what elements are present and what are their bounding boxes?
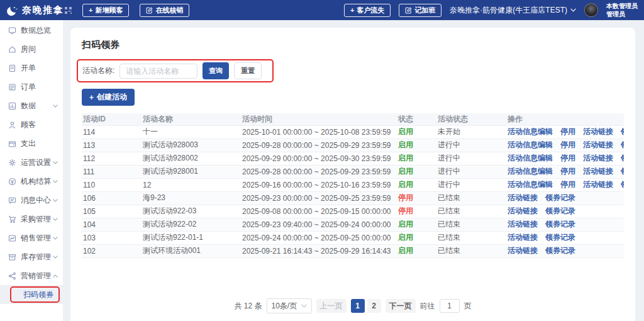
page-number-button[interactable]: 2 [367,299,381,313]
actions-cell: 活动信息编辑停用活动链接领券记录 [506,152,624,165]
status-badge: 启用 [398,220,413,228]
actions-cell: 活动信息编辑停用活动链接领券记录 [506,178,624,191]
sidebar-item-document[interactable]: 开单 [0,59,63,77]
action-link[interactable]: 活动链接 [583,167,613,176]
action-link[interactable]: 停用 [560,167,575,176]
status-badge: 停用 [398,206,413,215]
next-page-button[interactable]: 下一页 [386,299,416,313]
status-badge: 启用 [398,127,413,136]
action-link[interactable]: 领券记录 [545,246,575,255]
sidebar-item-order[interactable]: 订单 [0,77,63,96]
user-name: 本数管理员 [606,2,638,10]
activity-status-cell: 进行中 [436,165,506,178]
action-link[interactable]: 领券记录 [621,154,624,162]
action-link[interactable]: 活动链接 [583,180,613,189]
avatar[interactable] [584,3,598,17]
activity-time-cell: 2025-09-16 00:00:00 ~ 2025-10-16 23:59:5… [241,178,397,191]
edit-square-icon [405,7,412,14]
sidebar-item-chart[interactable]: 数据 [0,96,63,115]
action-link[interactable]: 活动链接 [508,220,538,228]
reset-button[interactable]: 重置 [234,62,262,79]
chevron-down-icon [53,218,58,221]
sidebar-item-message[interactable]: 消息中心 [0,191,63,210]
action-link[interactable]: 活动信息编辑 [508,154,553,162]
action-link[interactable]: 领券记录 [621,140,624,149]
sidebar-item-marketing[interactable]: 营销管理 [0,266,63,285]
sidebar-item-settlement[interactable]: 机构结算 [0,172,63,191]
action-link[interactable]: 活动链接 [508,193,538,202]
prev-page-button[interactable]: 上一页 [316,299,347,313]
store-selector[interactable]: 奈晚推拿·筋骨健康(牛王庙店TEST) [450,5,576,16]
message-icon [8,196,16,205]
action-link[interactable]: 停用 [560,140,575,149]
action-link[interactable]: 活动信息编辑 [508,180,553,189]
column-header: 活动时间 [241,113,397,125]
table-row: 111测试活动9280012025-09-28 00:00:00 ~ 2025-… [82,165,624,178]
action-link[interactable]: 活动链接 [583,140,613,149]
new-customer-button[interactable]: + 新增顾客 [82,4,129,17]
action-link[interactable]: 活动信息编辑 [508,167,553,176]
sidebar-item-inventory[interactable]: 库存管理 [0,247,63,266]
action-link[interactable]: 活动链接 [583,127,613,136]
action-link[interactable]: 领券记录 [545,233,575,242]
action-link[interactable]: 活动链接 [583,154,613,162]
activity-status-cell: 未开始 [436,125,506,138]
action-link[interactable]: 停用 [560,127,575,136]
page-size-select[interactable]: 10条/页 [267,298,312,313]
status-cell: 启用 [397,178,436,191]
table-row: 103测试活动922-01-12025-09-24 00:00:00 ~ 202… [82,231,624,244]
chevron-down-icon [53,256,58,259]
activity-status-cell: 已结束 [436,231,506,244]
sidebar-item-wallet[interactable]: 支出 [0,134,63,153]
activity-time-cell: 2025-09-23 09:40:00 ~ 2025-09-24 00:00:0… [241,218,397,231]
action-link[interactable]: 活动链接 [508,233,538,242]
status-cell: 停用 [397,205,436,218]
goto-page-input[interactable] [440,299,460,313]
plus-icon: + [89,93,94,102]
table-row: 113测试活动9280032025-09-28 00:00:00 ~ 2025-… [82,138,624,152]
action-link[interactable]: 领券记录 [621,180,624,189]
action-link[interactable]: 活动信息编辑 [508,140,553,149]
activity-name-input[interactable] [119,64,197,79]
action-link[interactable]: 活动信息编辑 [508,127,553,136]
actions-cell: 活动信息编辑停用活动链接领券记录 [506,165,624,178]
store-name: 奈晚推拿·筋骨健康(牛王庙店TEST) [450,5,567,16]
qr-code-icon[interactable] [65,7,72,14]
action-link[interactable]: 领券记录 [621,127,624,136]
create-activity-button[interactable]: + 创建活动 [82,89,135,106]
action-link[interactable]: 活动链接 [508,206,538,215]
activity-id-cell: 106 [82,191,142,205]
sidebar-item-user[interactable]: 顾客 [0,115,63,134]
user-info: 本数管理员 管理员 [606,2,638,18]
action-link[interactable]: 停用 [560,180,575,189]
sidebar-item-label: 房间 [21,44,36,55]
page-number-list: 12 [351,299,381,313]
online-verify-button[interactable]: 在线核销 [140,4,189,17]
sidebar-item-home[interactable]: 房间 [0,40,63,59]
page-number-button[interactable]: 1 [351,299,365,313]
action-link[interactable]: 领券记录 [545,220,575,228]
chevron-down-icon [53,237,58,240]
action-link[interactable]: 领券记录 [545,193,575,202]
submenu-label: 扫码领券 [23,290,53,300]
sidebar-item-gear[interactable]: 运营设置 [0,153,63,172]
action-link[interactable]: 停用 [560,154,575,162]
sidebar-item-dashboard[interactable]: 数据总览 [0,21,63,40]
chevron-down-icon [53,104,58,108]
table-row: 110122025-09-16 00:00:00 ~ 2025-10-16 23… [82,178,624,191]
sidebar-item-cart[interactable]: 采购管理 [0,210,63,228]
log-overtime-button[interactable]: 记加班 [399,4,441,17]
main-content-card: 扫码领券 活动名称: 查询 重置 + 创建活动 活动ID活动名称活动时间状态活动… [70,28,635,321]
action-link[interactable]: 领券记录 [621,167,624,176]
action-link[interactable]: 活动链接 [508,246,538,255]
search-button[interactable]: 查询 [203,62,229,79]
online-verify-label: 在线核销 [155,6,183,15]
wallet-icon [8,140,16,148]
customer-loss-button[interactable]: + 客户流失 [344,4,391,17]
sidebar-submenu-active[interactable]: 扫码领券 [0,285,63,304]
action-link[interactable]: 领券记录 [545,206,575,215]
chevron-down-icon [301,304,307,308]
table-row: 104测试活动922-022025-09-23 09:40:00 ~ 2025-… [82,218,624,231]
sidebar-item-sales[interactable]: 销售管理 [0,228,63,247]
activity-id-cell: 113 [82,138,142,152]
